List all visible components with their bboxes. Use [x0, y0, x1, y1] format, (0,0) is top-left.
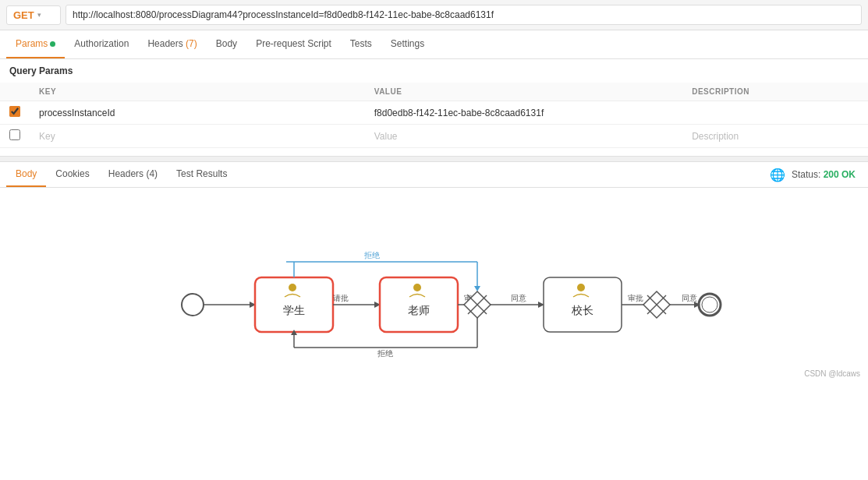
task-student-label: 学生 — [283, 304, 305, 316]
svg-point-15 — [577, 284, 585, 291]
diagram-svg: 拒绝 学生 请批 老师 — [142, 203, 727, 367]
method-label: GET — [13, 9, 34, 21]
row-checkbox-empty[interactable] — [9, 129, 20, 140]
task-teacher-label: 老师 — [408, 304, 430, 316]
svg-point-8 — [413, 284, 421, 291]
flow-label-shenpi2: 审批 — [628, 294, 643, 302]
start-event — [182, 294, 204, 316]
response-tab-test-results[interactable]: Test Results — [167, 162, 236, 187]
response-tabs: Body Cookies Headers (4) Test Results 🌐 … — [0, 162, 868, 188]
param-value[interactable]: f8d0edb8-f142-11ec-babe-8c8caad6131f — [365, 101, 682, 125]
tab-settings[interactable]: Settings — [381, 30, 434, 58]
row-checkbox[interactable] — [9, 106, 20, 117]
col-value: VALUE — [365, 83, 682, 101]
param-value-placeholder[interactable]: Value — [365, 125, 682, 148]
param-key[interactable]: processInstanceId — [30, 101, 365, 125]
response-tab-cookies[interactable]: Cookies — [46, 162, 98, 187]
method-selector[interactable]: GET ▾ — [6, 5, 61, 25]
col-description: DESCRIPTION — [682, 83, 868, 101]
chevron-down-icon: ▾ — [37, 11, 41, 19]
request-tabs: Params Authorization Headers (7) Body Pr… — [0, 30, 868, 59]
table-row: processInstanceId f8d0edb8-f142-11ec-bab… — [0, 101, 868, 125]
flow-label-bottom-reject: 拒绝 — [377, 349, 393, 358]
diagram-area: 拒绝 学生 请批 老师 — [0, 188, 868, 383]
query-params-title: Query Params — [0, 59, 868, 83]
response-tab-headers[interactable]: Headers (4) — [99, 162, 167, 187]
url-bar: GET ▾ — [0, 0, 868, 30]
params-table: KEY VALUE DESCRIPTION processInstanceId … — [0, 83, 868, 148]
param-description[interactable] — [682, 101, 868, 125]
bpmn-diagram: 拒绝 学生 请批 老师 — [16, 203, 852, 367]
url-input[interactable] — [66, 5, 862, 25]
status-label: Status: 200 OK — [792, 169, 856, 180]
param-key-placeholder[interactable]: Key — [30, 125, 365, 148]
tab-authorization[interactable]: Authorization — [65, 30, 138, 58]
tab-body[interactable]: Body — [207, 30, 246, 58]
status-code: 200 OK — [824, 169, 856, 180]
flow-label-qingpi: 请批 — [333, 294, 349, 302]
tab-headers[interactable]: Headers (7) — [138, 30, 206, 58]
svg-point-22 — [702, 297, 717, 312]
flow-label-tongyi1: 同意 — [511, 294, 526, 302]
section-divider — [0, 156, 868, 162]
tab-tests[interactable]: Tests — [341, 30, 381, 58]
watermark: CSDN @ldcaws — [804, 369, 860, 378]
table-row-placeholder: Key Value Description — [0, 125, 868, 148]
col-checkbox — [0, 83, 30, 101]
param-desc-placeholder[interactable]: Description — [682, 125, 868, 148]
svg-point-5 — [289, 284, 296, 291]
col-key: KEY — [30, 83, 365, 101]
flow-label-tongyi2: 同意 — [682, 294, 697, 302]
task-principal-label: 校长 — [571, 304, 593, 316]
response-tab-body[interactable]: Body — [6, 162, 46, 187]
tab-params[interactable]: Params — [6, 30, 65, 58]
status-area: 🌐 Status: 200 OK — [770, 168, 862, 182]
globe-icon[interactable]: 🌐 — [770, 168, 785, 182]
flow-label-top-reject: 拒绝 — [363, 251, 380, 259]
tab-pre-request[interactable]: Pre-request Script — [246, 30, 341, 58]
